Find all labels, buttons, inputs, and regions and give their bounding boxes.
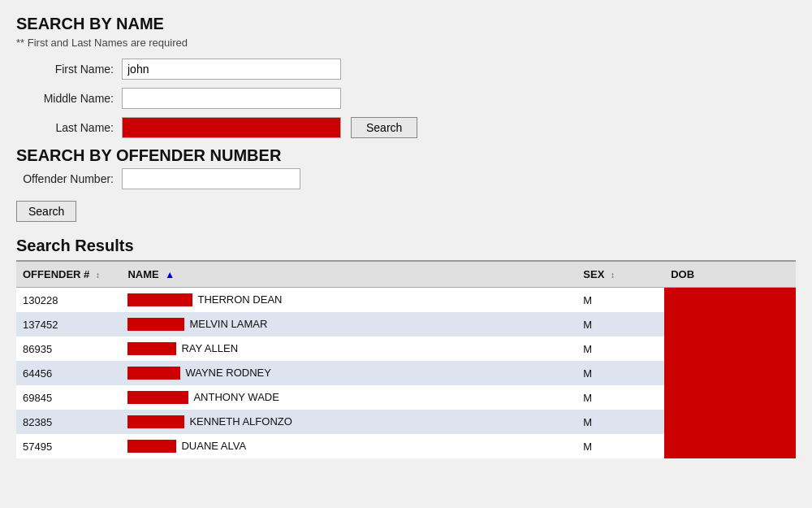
cell-sex: M (577, 410, 664, 434)
search-results-section: Search Results OFFENDER # ↕ NAME ▲ SEX ↕ (16, 237, 796, 458)
table-row[interactable]: 137452MELVIN LAMARM (16, 312, 796, 336)
cell-dob (664, 312, 796, 336)
name-text: RAY ALLEN (181, 342, 238, 354)
name-text: KENNETH ALFONZO (189, 415, 292, 428)
last-name-label: Last Name: (16, 121, 122, 134)
offender-number-input[interactable] (122, 168, 300, 189)
table-row[interactable]: 82385KENNETH ALFONZOM (16, 410, 796, 434)
search-by-offender-button[interactable]: Search (16, 201, 76, 222)
last-name-input[interactable] (122, 117, 341, 138)
cell-sex: M (577, 288, 664, 313)
search-by-name-subtitle: ** First and Last Names are required (16, 37, 796, 49)
search-by-name-title: SEARCH BY NAME (16, 15, 796, 33)
cell-name: KENNETH ALFONZO (121, 410, 577, 434)
table-row[interactable]: 130228THERRON DEANM (16, 288, 796, 313)
table-row[interactable]: 64456WAYNE RODNEYM (16, 361, 796, 385)
cell-dob (664, 434, 796, 458)
search-by-name-button[interactable]: Search (351, 117, 417, 138)
results-title: Search Results (16, 237, 796, 255)
cell-offender-num: 130228 (16, 288, 121, 313)
cell-dob (664, 336, 796, 361)
cell-offender-num: 69845 (16, 385, 121, 410)
name-redacted-block (127, 440, 176, 453)
cell-sex: M (577, 336, 664, 361)
middle-name-input[interactable] (122, 88, 341, 109)
cell-offender-num: 64456 (16, 361, 121, 385)
search-by-name-section: SEARCH BY NAME ** First and Last Names a… (16, 15, 796, 138)
search-by-offender-title: SEARCH BY OFFENDER NUMBER (16, 146, 796, 165)
table-row[interactable]: 86935RAY ALLENM (16, 336, 796, 361)
cell-dob (664, 361, 796, 385)
cell-name: MELVIN LAMAR (121, 312, 577, 336)
cell-sex: M (577, 361, 664, 385)
col-header-offender[interactable]: OFFENDER # ↕ (16, 261, 121, 288)
offender-number-row: Offender Number: (16, 168, 796, 189)
table-row[interactable]: 69845ANTHONY WADEM (16, 385, 796, 410)
page-container: SEARCH BY NAME ** First and Last Names a… (0, 0, 812, 508)
first-name-input[interactable] (122, 59, 341, 80)
first-name-label: First Name: (16, 63, 122, 76)
name-redacted-block (127, 342, 176, 355)
name-redacted-block (127, 367, 180, 380)
name-redacted-block (127, 415, 184, 428)
sort-offender-icon[interactable]: ↕ (96, 271, 100, 280)
cell-name: THERRON DEAN (121, 288, 577, 313)
name-text: DUANE ALVA (181, 440, 246, 452)
sort-name-icon[interactable]: ▲ (165, 269, 175, 280)
cell-dob (664, 410, 796, 434)
name-redacted-block (127, 318, 184, 331)
table-row[interactable]: 57495DUANE ALVAM (16, 434, 796, 458)
col-header-sex[interactable]: SEX ↕ (577, 261, 664, 288)
cell-sex: M (577, 312, 664, 336)
name-redacted-block (127, 391, 188, 404)
cell-dob (664, 288, 796, 313)
sort-sex-icon[interactable]: ↕ (611, 271, 615, 280)
cell-name: DUANE ALVA (121, 434, 577, 458)
name-text: WAYNE RODNEY (185, 367, 270, 379)
cell-dob (664, 385, 796, 410)
cell-offender-num: 137452 (16, 312, 121, 336)
last-name-row: Last Name: Search (16, 117, 796, 138)
cell-offender-num: 57495 (16, 434, 121, 458)
results-table: OFFENDER # ↕ NAME ▲ SEX ↕ DOB (16, 260, 796, 458)
cell-offender-num: 86935 (16, 336, 121, 361)
cell-sex: M (577, 385, 664, 410)
cell-name: WAYNE RODNEY (121, 361, 577, 385)
name-redacted-block (127, 293, 192, 306)
middle-name-label: Middle Name: (16, 92, 122, 105)
cell-name: RAY ALLEN (121, 336, 577, 361)
name-text: THERRON DEAN (197, 293, 282, 306)
table-header-row: OFFENDER # ↕ NAME ▲ SEX ↕ DOB (16, 261, 796, 288)
col-header-dob[interactable]: DOB (664, 261, 796, 288)
cell-offender-num: 82385 (16, 410, 121, 434)
cell-name: ANTHONY WADE (121, 385, 577, 410)
search-by-offender-section: SEARCH BY OFFENDER NUMBER Offender Numbe… (16, 146, 796, 230)
name-text: MELVIN LAMAR (189, 318, 267, 330)
name-text: ANTHONY WADE (193, 391, 279, 403)
cell-sex: M (577, 434, 664, 458)
col-header-name[interactable]: NAME ▲ (121, 261, 577, 288)
middle-name-row: Middle Name: (16, 88, 796, 109)
offender-number-label: Offender Number: (16, 172, 122, 185)
first-name-row: First Name: (16, 59, 796, 80)
